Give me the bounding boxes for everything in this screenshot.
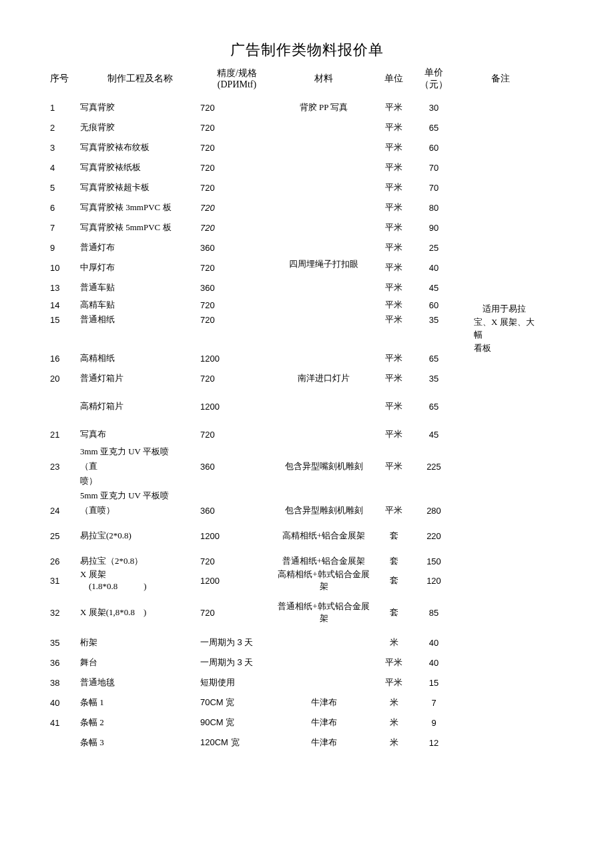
cell-spec: 720 (200, 300, 274, 310)
cell-unit: 平米 (374, 372, 414, 384)
table-row: 7写真背胶裱 5mmPVC 板720平米90 (47, 218, 567, 238)
header-price: 单价 （元） (414, 67, 454, 91)
cell-spec: 1200 (200, 576, 274, 586)
table-row: 38普通地毯短期使用平米15 (47, 673, 567, 693)
cell-name: 高精车贴 (80, 299, 200, 311)
table-row: 3mm 亚克力 UV 平板喷 (47, 444, 567, 459)
table-row: 高精灯箱片1200平米65 (47, 396, 567, 416)
cell-no: 7 (47, 223, 80, 233)
header-unit: 单位 (374, 73, 414, 85)
cell-name: 写真背胶 (80, 101, 200, 113)
cell-no: 1 (47, 103, 80, 113)
cell-no: 40 (47, 698, 80, 708)
cell-no: 38 (47, 678, 80, 688)
cell-unit: 平米 (374, 181, 414, 193)
remark-float: 适用于易拉 宝、X 展架、大 幅 看板 (474, 302, 535, 354)
cell-material: 牛津布 (274, 697, 374, 709)
table-row: 2无痕背胶720平米65 (47, 117, 567, 137)
cell-material: 包含异型嘴刻机雕刻 (274, 460, 374, 472)
cell-spec: 720 (200, 123, 274, 133)
table-row: 36舞台一周期为 3 天平米40 (47, 653, 567, 673)
cell-no: 3 (47, 143, 80, 153)
cell-name: 写真背胶裱 5mmPVC 板 (80, 222, 200, 234)
cell-spec: 70CM 宽 (200, 697, 274, 709)
cell-price: 60 (414, 143, 454, 153)
cell-unit: 平米 (374, 282, 414, 294)
cell-no: 14 (47, 300, 80, 310)
cell-unit: 套 (374, 530, 414, 542)
cell-unit: 平米 (374, 141, 414, 153)
cell-material: 高精相纸+韩式铝合金展架 (274, 568, 374, 592)
cell-spec: 360 (200, 283, 274, 293)
table-row: 条幅 3120CM 宽牛津布米12 (47, 733, 567, 753)
cell-no: 25 (47, 531, 80, 541)
cell-name: 写真布 (80, 428, 200, 440)
cell-price: 40 (414, 263, 454, 273)
table-row: 25易拉宝(2*0.8)1200高精相纸+铝合金展架套220 (47, 526, 567, 546)
cell-unit: 米 (374, 737, 414, 749)
cell-unit: 套 (374, 574, 414, 586)
cell-price: 40 (414, 638, 454, 648)
cell-price: 280 (414, 506, 454, 516)
page-title: 广告制作类物料报价单 (47, 40, 567, 60)
cell-name: 写真背胶裱纸板 (80, 161, 200, 173)
cell-name: 易拉宝(2*0.8) (80, 530, 200, 542)
cell-no: 6 (47, 203, 80, 213)
cell-price: 120 (414, 576, 454, 586)
cell-material: 高精相纸+铝合金展架 (274, 530, 374, 542)
cell-no: 23 (47, 462, 80, 472)
cell-price: 12 (414, 738, 454, 748)
cell-price: 60 (414, 300, 454, 310)
cell-price: 45 (414, 430, 454, 440)
cell-no: 15 (47, 315, 80, 325)
table-row: 5mm 亚克力 UV 平板喷 (47, 488, 567, 503)
cell-name: X 展架(1,8*0.8 ) (80, 606, 200, 618)
document-container: 广告制作类物料报价单 序号 制作工程及名称 精度/规格 (DPИMtf) 材料 … (47, 40, 567, 753)
cell-name: X 展架 (1.8*0.8 ) (80, 568, 200, 592)
table-row: 26易拉宝（2*0.8）720普通相纸+铝合金展架套150 (47, 554, 567, 568)
cell-unit: 平米 (374, 262, 414, 274)
table-row: 9普通灯布360平米25 (47, 238, 567, 258)
cell-unit: 平米 (374, 222, 414, 234)
cell-spec: 720 (200, 556, 274, 566)
cell-spec: 120CM 宽 (200, 737, 274, 749)
cell-spec: 720 (200, 374, 274, 384)
cell-spec: 720 (200, 203, 274, 213)
cell-unit: 套 (374, 555, 414, 567)
header-spec: 精度/规格 (DPИMtf) (200, 67, 274, 90)
cell-spec: 720 (200, 183, 274, 193)
cell-price: 35 (414, 374, 454, 384)
table-row: 13普通车贴360平米45 (47, 278, 567, 298)
cell-price: 80 (414, 203, 454, 213)
cell-price: 45 (414, 283, 454, 293)
cell-spec: 1200 (200, 354, 274, 364)
cell-name: 普通相纸 (80, 314, 200, 326)
cell-no: 4 (47, 163, 80, 173)
header-name: 制作工程及名称 (80, 73, 200, 85)
cell-no: 36 (47, 658, 80, 668)
cell-name: 3mm 亚克力 UV 平板喷 (80, 446, 200, 458)
cell-name: 无痕背胶 (80, 121, 200, 133)
cell-price: 70 (414, 183, 454, 193)
cell-material: 背胶 PP 写真 (274, 101, 374, 113)
cell-unit: 平米 (374, 201, 414, 213)
cell-spec: 一周期为 3 天 (200, 657, 274, 669)
cell-spec: 720 (200, 163, 274, 173)
cell-no: 9 (47, 243, 80, 253)
cell-no: 5 (47, 183, 80, 193)
cell-unit: 平米 (374, 121, 414, 133)
cell-spec: 720 (200, 263, 274, 273)
cell-unit: 平米 (374, 352, 414, 364)
cell-spec: 短期使用 (200, 677, 274, 689)
table-row: 31X 展架 (1.8*0.8 )1200高精相纸+韩式铝合金展架套120 (47, 568, 567, 592)
cell-material: 南洋进口灯片 (274, 372, 374, 384)
cell-unit: 平米 (374, 504, 414, 516)
cell-spec: 720 (200, 430, 274, 440)
cell-unit: 米 (374, 697, 414, 709)
cell-name: 条幅 2 (80, 717, 200, 729)
cell-price: 220 (414, 531, 454, 541)
header-no: 序号 (47, 73, 80, 85)
cell-price: 25 (414, 243, 454, 253)
cell-name: （直 (80, 460, 200, 472)
cell-name: 舞台 (80, 657, 200, 669)
